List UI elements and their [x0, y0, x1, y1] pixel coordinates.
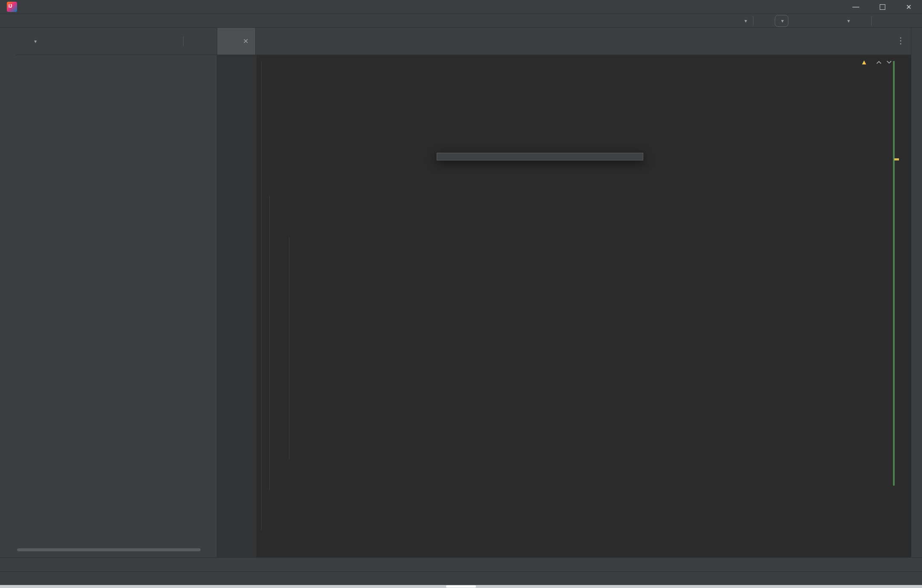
project-icon — [22, 38, 30, 45]
vcs-change-stripe — [893, 61, 895, 486]
taskbar-pill — [446, 585, 476, 588]
class-icon — [224, 37, 233, 46]
build-button[interactable] — [759, 16, 769, 26]
warning-stripe-mark — [894, 158, 899, 160]
status-bar — [0, 571, 922, 585]
settings-button[interactable] — [893, 16, 902, 26]
project-panel: ▾ — [16, 28, 217, 557]
inspection-widget[interactable]: ▲ — [861, 58, 892, 66]
window-controls: — ✕ — [843, 0, 922, 14]
bottom-tool-bar — [0, 557, 922, 571]
right-tool-strip — [911, 28, 922, 557]
run-toolbar: ▾ ▾ ▾ — [738, 14, 918, 27]
taskbar-strip — [0, 585, 922, 588]
editor-pane: ✕ ⋮ ▲ — [217, 28, 911, 557]
context-menu — [437, 153, 643, 160]
close-tab-icon[interactable]: ✕ — [243, 37, 248, 45]
navigation-bar: ▾ ▾ ▾ — [0, 14, 922, 28]
fold-guide-line — [261, 61, 262, 530]
collapse-all-button[interactable] — [168, 37, 176, 45]
panel-settings-button[interactable] — [190, 37, 198, 45]
main-content: ▾ ✕ ⋮ — [0, 28, 922, 557]
profile-menu-button[interactable]: ▾ — [738, 16, 747, 26]
search-everywhere-button[interactable] — [878, 16, 887, 26]
expand-all-button[interactable] — [153, 37, 161, 45]
horizontal-scrollbar[interactable] — [17, 548, 201, 551]
minimize-button[interactable]: — — [843, 0, 869, 14]
chevron-down-icon: ▾ — [34, 38, 37, 44]
stop-button[interactable] — [856, 16, 865, 26]
debug-button[interactable] — [810, 16, 819, 26]
chevron-down-icon[interactable] — [886, 60, 892, 64]
editor-tab-bar: ✕ ⋮ — [217, 28, 911, 55]
run-button[interactable] — [794, 16, 804, 26]
maven-icon — [913, 89, 921, 97]
chevron-down-icon: ▾ — [781, 18, 784, 24]
plugin-logo-icon[interactable] — [908, 16, 918, 26]
maximize-button[interactable] — [869, 0, 896, 14]
project-panel-title[interactable]: ▾ — [22, 38, 37, 45]
toolbar-separator — [753, 16, 753, 26]
more-toolwindows-icon[interactable] — [4, 414, 12, 422]
project-panel-header: ▾ — [16, 28, 217, 55]
editor-options-icon[interactable]: ⋮ — [896, 35, 905, 46]
toolbar-separator — [871, 16, 872, 26]
profiler-button[interactable] — [825, 16, 834, 26]
code-editor[interactable] — [217, 55, 911, 557]
editor-tab[interactable]: ✕ — [217, 28, 256, 55]
folder-toolwindow-icon[interactable] — [4, 97, 12, 105]
toolbar-separator — [183, 37, 184, 46]
intellij-logo-icon — [7, 2, 17, 12]
chevron-up-icon[interactable] — [876, 60, 882, 64]
locate-file-button[interactable] — [138, 37, 146, 45]
run-configuration-select[interactable]: ▾ — [775, 15, 788, 27]
hide-panel-button[interactable] — [205, 37, 213, 45]
left-tool-strip — [0, 28, 17, 557]
indent-guide-line — [289, 238, 289, 460]
project-tree — [16, 55, 217, 524]
title-bar: — ✕ — [0, 0, 922, 14]
close-button[interactable]: ✕ — [896, 0, 922, 14]
project-toolwindow-icon[interactable] — [4, 33, 12, 41]
editor-gutter — [217, 55, 257, 557]
indent-guide-line — [269, 196, 270, 490]
coverage-run-button[interactable]: ▾ — [840, 16, 850, 26]
notifications-icon[interactable] — [913, 32, 921, 40]
warning-icon: ▲ — [861, 58, 867, 66]
ide-window: — ✕ ▾ ▾ ▾ — [0, 0, 922, 588]
layout-icon[interactable] — [4, 575, 12, 582]
